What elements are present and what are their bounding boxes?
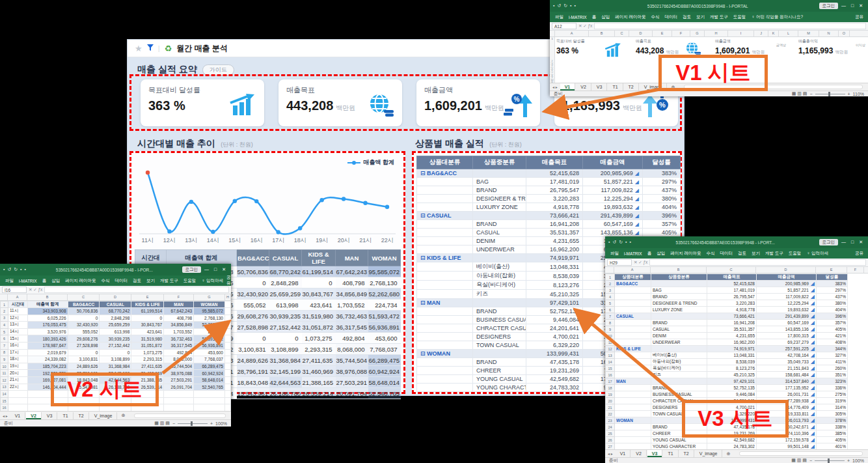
zoom-out-icon[interactable]: − xyxy=(809,92,812,96)
share-button[interactable]: 공유 xyxy=(855,251,865,257)
ribbon-menu[interactable]: 수식 xyxy=(704,251,718,257)
sheet-header-cell[interactable]: 매출금액 xyxy=(757,274,817,281)
row-header[interactable]: 15 xyxy=(606,365,615,372)
row-header[interactable]: 3 xyxy=(606,287,615,294)
cell[interactable]: 180,393,426 xyxy=(27,335,68,343)
zoom-slider[interactable] xyxy=(815,94,845,94)
cell[interactable] xyxy=(615,326,651,333)
cell[interactable] xyxy=(615,430,651,437)
cell[interactable]: 31,368,984 xyxy=(100,363,131,370)
cell[interactable]: 178,987,647 xyxy=(27,342,68,349)
row-header[interactable]: 14 xyxy=(1,391,8,398)
cell[interactable] xyxy=(615,359,651,365)
excel-titlebar[interactable]: ▪ ↺ ↻ ▪ ▪ 5350217662454D8B87AE0D15398F99… xyxy=(605,236,868,248)
cell[interactable]: 3,520,976 xyxy=(27,328,68,335)
cell[interactable]: 73,666,421 xyxy=(707,313,757,320)
cell[interactable]: 8,068,000 xyxy=(164,356,194,363)
row-header[interactable]: 12 xyxy=(606,346,615,352)
cell[interactable]: 8,538,039 xyxy=(707,359,757,365)
column-header-F[interactable]: F xyxy=(164,294,194,300)
cell[interactable]: 17,800,315◢ xyxy=(757,333,817,339)
cell[interactable]: 17,481,019 xyxy=(707,287,757,294)
cell[interactable] xyxy=(615,339,651,346)
cell[interactable]: BRAND xyxy=(651,320,707,326)
cell[interactable] xyxy=(224,397,230,404)
cell[interactable] xyxy=(224,391,230,398)
cell[interactable] xyxy=(615,365,651,372)
zoom-level[interactable]: 100% xyxy=(852,458,864,463)
row-header[interactable]: 15 xyxy=(1,397,8,404)
cell[interactable]: 19,893,632◢ xyxy=(757,307,817,313)
row-header[interactable]: 9 xyxy=(606,326,615,333)
ribbon-menu[interactable]: 검토 xyxy=(130,278,144,284)
cell[interactable]: 1,703,552 xyxy=(164,328,194,335)
row-header[interactable]: 7 xyxy=(606,313,615,320)
cell[interactable] xyxy=(651,346,707,352)
cell[interactable]: 408,798 xyxy=(164,315,194,322)
cell[interactable]: 30,939,235 xyxy=(100,335,131,343)
cell[interactable]: 27,152,442 xyxy=(100,342,131,349)
cell[interactable]: 7,768,037 xyxy=(194,356,225,363)
cell[interactable]: 401% xyxy=(817,443,848,450)
cell[interactable]: 338% xyxy=(817,424,848,430)
view-mode-icons[interactable]: ▦ ▥ ▤ xyxy=(791,458,807,463)
ribbon-menu[interactable]: 개발 도구 xyxy=(763,251,786,257)
ribbon-menu[interactable]: 개발 도구 xyxy=(157,278,181,284)
row-header[interactable]: 27 xyxy=(606,443,615,450)
window-controls[interactable]: — □ ✕ xyxy=(204,267,228,272)
cell[interactable]: MAN xyxy=(615,378,651,385)
cell[interactable]: 2,768,130 xyxy=(194,315,225,322)
column-header-D[interactable]: D xyxy=(100,294,131,300)
cell[interactable]: 60,547,169◢ xyxy=(757,320,817,326)
cell[interactable]: 380% xyxy=(817,300,848,307)
column-header-O[interactable]: O xyxy=(839,31,850,36)
row-header[interactable]: 21 xyxy=(606,404,615,411)
ribbon-menu[interactable]: 데이터 xyxy=(662,14,681,20)
cell[interactable]: 24,339,082 xyxy=(27,356,68,363)
ribbon-menu[interactable]: 파일 xyxy=(608,251,621,257)
name-box[interactable]: H29 xyxy=(607,259,632,266)
column-header-A[interactable]: A xyxy=(614,267,651,273)
cell[interactable]: 38,976,088 xyxy=(164,370,194,377)
cell[interactable]: 74,919,971 xyxy=(707,346,757,352)
sheet-tab-V2[interactable]: V2 xyxy=(26,412,42,419)
cell[interactable] xyxy=(651,313,707,320)
column-header-A[interactable]: A xyxy=(8,294,27,300)
ribbon-menu[interactable]: 삽입 xyxy=(49,278,62,284)
column-header-F[interactable]: F xyxy=(672,31,690,36)
ribbon-menu[interactable]: 도움말 xyxy=(786,251,804,257)
ribbon-menu[interactable]: 도움말 xyxy=(181,278,199,284)
cell[interactable]: 66,289,475 xyxy=(194,363,225,370)
share-button[interactable]: 공유 xyxy=(855,14,865,20)
row-header[interactable]: 1 xyxy=(1,302,8,308)
sheet-header-cell[interactable]: MAN xyxy=(164,302,194,308)
sheet-tab-T1[interactable]: T1 xyxy=(663,450,678,457)
row-header[interactable]: 1 xyxy=(606,274,615,281)
cell[interactable]: DESIGNEER & TREND xyxy=(651,300,707,307)
cell[interactable]: 0 xyxy=(68,349,100,356)
cell[interactable]: BUSINESS CASUAL xyxy=(651,391,707,398)
sheet-tab-V1[interactable]: V1 xyxy=(616,450,631,457)
row-header[interactable]: 17 xyxy=(606,378,615,385)
cell[interactable]: 50,706,836 xyxy=(68,308,100,315)
formula-input[interactable] xyxy=(649,259,866,266)
cell[interactable]: 305% xyxy=(817,411,848,417)
cell[interactable]: 14시 xyxy=(8,328,27,335)
cell[interactable]: 378% xyxy=(817,417,848,424)
quick-access-icons[interactable]: ▪ ↺ ↻ ▪ ▪ xyxy=(3,267,27,272)
cell[interactable] xyxy=(8,404,27,412)
cell[interactable] xyxy=(8,397,27,404)
cell[interactable]: 24,889,626 xyxy=(68,363,100,370)
view-mode-icons[interactable]: ▦ ▥ ▤ xyxy=(792,91,807,96)
row-header[interactable]: 4 xyxy=(1,322,8,329)
cell[interactable]: 404% xyxy=(817,307,848,313)
row-header[interactable]: 25 xyxy=(606,430,615,437)
cell[interactable] xyxy=(615,372,651,378)
cell[interactable]: 26,091,704 xyxy=(164,384,194,391)
cell[interactable]: 158,681,484◢ xyxy=(757,372,817,378)
favorite-star-icon[interactable]: ★ xyxy=(135,44,142,53)
filter-funnel-icon[interactable] xyxy=(147,42,154,54)
row-header[interactable]: 14 xyxy=(606,359,615,365)
ribbon-menu[interactable]: 페이지 레이아웃 xyxy=(62,278,98,284)
tab-scrollbar[interactable] xyxy=(134,414,226,418)
